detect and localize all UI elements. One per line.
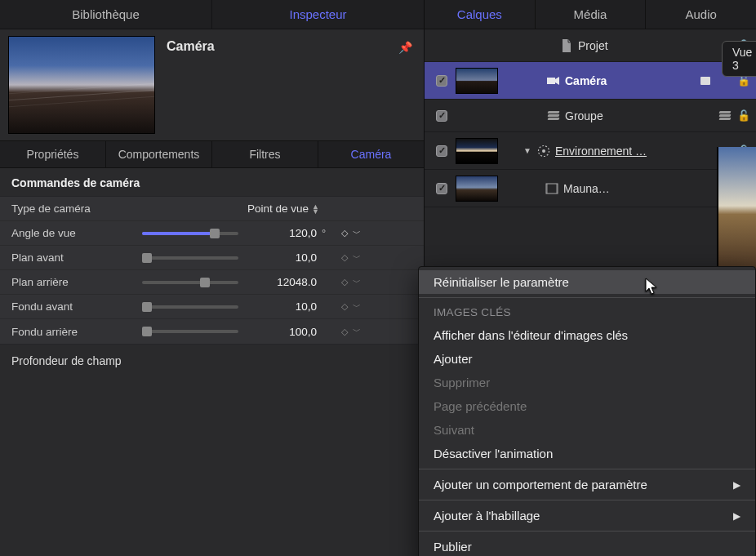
keyframe-diamond-icon[interactable]: ◇ [338, 228, 351, 238]
menu-previous-keyframe: Page précédente [419, 394, 755, 418]
angle-value[interactable]: 120,0 [248, 227, 322, 239]
menu-separator [419, 297, 755, 298]
menu-separator [419, 531, 755, 532]
keyframe-diamond-icon[interactable]: ◇ [338, 327, 351, 337]
param-far-plane: Plan arrière 12048.0 ◇ ﹀ [0, 270, 424, 295]
layer-list: Projet 🔓 Caméra 🔓 Groupe [425, 29, 756, 207]
fadeout-slider[interactable] [142, 330, 238, 333]
animation-menu-button[interactable]: ﹀ [351, 277, 361, 288]
tab-audio[interactable]: Audio [646, 0, 756, 29]
param-label-fadein: Fondu avant [11, 300, 142, 313]
far-value[interactable]: 12048.0 [248, 276, 322, 288]
menu-delete-keyframe: Supprimer [419, 371, 755, 394]
animation-menu-button[interactable]: ﹀ [351, 228, 361, 239]
layer-row-camera[interactable]: Caméra 🔓 [425, 62, 756, 100]
visibility-checkbox[interactable] [436, 75, 447, 87]
submenu-arrow-icon: ▶ [733, 510, 740, 522]
inspector-top-tabs: Bibliothèque Inspecteur [0, 0, 424, 29]
visibility-checkbox[interactable] [436, 183, 447, 194]
menu-next-keyframe: Suivant [419, 418, 755, 442]
animation-context-menu: Réinitialiser le paramètre IMAGES CLÉS A… [418, 266, 756, 556]
tab-behaviors[interactable]: Comportements [106, 141, 212, 167]
section-depth-of-field[interactable]: Profondeur de champ [0, 345, 424, 377]
menu-disable-label: Désactiver l'animation [434, 447, 553, 460]
param-label-far: Plan arrière [11, 276, 142, 288]
param-fade-out: Fondu arrière 100,0 ◇ ﹀ [0, 319, 424, 344]
tab-media[interactable]: Média [536, 0, 647, 29]
animation-menu-button[interactable]: ﹀ [351, 301, 361, 313]
tab-inspector[interactable]: Inspecteur [212, 0, 424, 29]
near-slider[interactable] [142, 256, 238, 260]
menu-separator [419, 500, 755, 500]
submenu-arrow-icon: ▶ [733, 479, 740, 491]
param-label-angle: Angle de vue [11, 227, 142, 239]
layer-row-project[interactable]: Projet 🔓 [425, 29, 756, 62]
inspector-panel: Bibliothèque Inspecteur Caméra 📌 Proprié… [0, 0, 424, 556]
pin-icon[interactable]: 📌 [398, 36, 416, 54]
svg-point-2 [542, 149, 545, 153]
param-label-camera-type: Type de caméra [11, 202, 142, 215]
lock-icon[interactable]: 🔓 [736, 109, 751, 122]
view-selector[interactable]: Vue 3 [722, 41, 756, 77]
param-label-near: Plan avant [11, 251, 142, 264]
layer-thumbnail [456, 138, 498, 164]
layer-row-mauna[interactable]: Mauna… 🔓 [425, 170, 756, 207]
camera-icon [547, 76, 560, 86]
clip-icon [545, 183, 558, 194]
animation-menu-button[interactable]: ﹀ [351, 252, 361, 264]
menu-add-parameter-behavior[interactable]: Ajouter un comportement de paramètre ▶ [419, 473, 755, 496]
menu-add-to-rig-label: Ajouter à l'habillage [434, 509, 540, 523]
stack-3d-icon [718, 111, 732, 121]
fadein-slider[interactable] [142, 305, 238, 309]
tab-library[interactable]: Bibliothèque [0, 0, 212, 29]
menu-publish-label: Publier [434, 540, 472, 554]
angle-slider[interactable] [142, 232, 238, 235]
layer-thumbnail [456, 176, 498, 202]
keyframe-diamond-icon[interactable]: ◇ [338, 301, 351, 312]
menu-reset-parameter[interactable]: Réinitialiser le paramètre [419, 270, 755, 294]
object-title: Caméra [167, 36, 387, 54]
layer-name-mauna[interactable]: Mauna… [563, 182, 732, 195]
object-header: Caméra 📌 [0, 29, 424, 140]
tab-layers[interactable]: Calques [425, 0, 536, 29]
keyframe-diamond-icon[interactable]: ◇ [338, 277, 351, 287]
tab-properties[interactable]: Propriétés [0, 141, 106, 167]
fadeout-value[interactable]: 100,0 [248, 326, 322, 338]
layer-row-group[interactable]: Groupe 🔓 [425, 100, 756, 132]
svg-rect-0 [547, 78, 555, 84]
menu-header-keyframes: IMAGES CLÉS [419, 301, 755, 323]
menu-prev-label: Page précédente [434, 399, 527, 413]
fadein-value[interactable]: 10,0 [248, 300, 322, 313]
menu-disable-animation[interactable]: Désactiver l'animation [419, 442, 755, 465]
menu-separator [419, 469, 755, 469]
layer-name-group[interactable]: Groupe [565, 109, 714, 122]
keyframe-diamond-icon[interactable]: ◇ [338, 252, 351, 263]
menu-delete-label: Supprimer [434, 376, 490, 389]
menu-add-to-rig[interactable]: Ajouter à l'habillage ▶ [419, 504, 755, 527]
tab-filters[interactable]: Filtres [212, 141, 318, 167]
near-value[interactable]: 10,0 [248, 251, 322, 264]
environment-icon [537, 145, 550, 158]
object-thumbnail [8, 36, 155, 134]
menu-next-label: Suivant [434, 423, 474, 437]
menu-show-in-keyframe-editor[interactable]: Afficher dans l'éditeur d'images clés [419, 323, 755, 347]
far-slider[interactable] [142, 281, 238, 284]
menu-add-keyframe[interactable]: Ajouter [419, 347, 755, 371]
param-camera-type: Type de caméra Point de vue ▲▼ [0, 197, 424, 221]
layer-name-camera[interactable]: Caméra [565, 74, 692, 87]
disclosure-triangle-icon[interactable]: ▼ [523, 146, 532, 155]
visibility-checkbox[interactable] [436, 110, 447, 122]
visibility-checkbox[interactable] [436, 145, 447, 157]
active-camera-badge [700, 77, 710, 85]
camera-params: Type de caméra Point de vue ▲▼ Angle de … [0, 196, 424, 345]
svg-rect-4 [546, 184, 548, 193]
layer-name-environment[interactable]: Environnement … [555, 145, 732, 158]
menu-publish[interactable]: Publier [419, 535, 755, 556]
camera-type-popup[interactable]: Point de vue ▲▼ [247, 202, 319, 215]
layer-row-environment[interactable]: ▼ Environnement … 🔓 [425, 132, 756, 170]
layer-thumbnail [456, 68, 498, 94]
param-fade-in: Fondu avant 10,0 ◇ ﹀ [0, 295, 424, 319]
layer-name-project: Projet [578, 39, 732, 52]
tab-camera[interactable]: Caméra [318, 141, 424, 167]
animation-menu-button[interactable]: ﹀ [351, 326, 361, 337]
